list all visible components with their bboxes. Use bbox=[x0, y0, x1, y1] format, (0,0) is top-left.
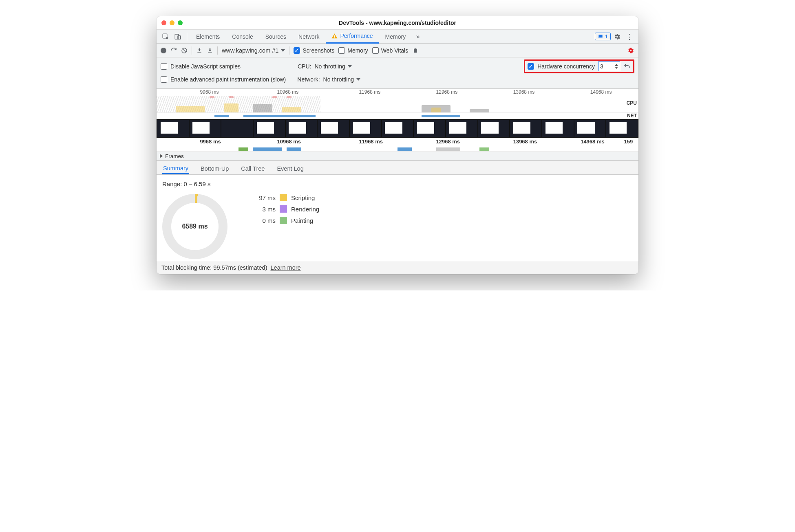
recording-target-dropdown[interactable]: www.kapwing.com #1 bbox=[222, 47, 285, 54]
filmstrip-frame[interactable] bbox=[574, 120, 606, 137]
donut-center-value: 6589 ms bbox=[182, 223, 208, 230]
reload-icon[interactable] bbox=[170, 47, 177, 54]
tab-performance[interactable]: Performance bbox=[326, 30, 378, 44]
legend-label: Painting bbox=[291, 217, 313, 224]
timeline-overview[interactable]: 9968 ms 10968 ms 11968 ms 12968 ms 13968… bbox=[157, 89, 638, 161]
ruler-tick: 14968 ms bbox=[581, 138, 605, 145]
chevron-down-icon bbox=[348, 65, 352, 68]
ruler-tick: 12968 ms bbox=[436, 89, 458, 95]
tab-call-tree[interactable]: Call Tree bbox=[240, 165, 265, 174]
ruler-tick: 11968 ms bbox=[359, 89, 380, 95]
main-tab-strip: Elements Console Sources Network Perform… bbox=[157, 30, 638, 44]
web-vitals-checkbox[interactable] bbox=[372, 47, 379, 54]
detail-ruler: 9968 ms 10968 ms 11968 ms 12968 ms 13968… bbox=[157, 138, 638, 146]
frames-section[interactable]: Frames bbox=[157, 152, 638, 160]
ruler-tick: 11968 ms bbox=[359, 138, 383, 145]
network-throttle-dropdown[interactable]: No throttling bbox=[323, 76, 360, 83]
summary-panel: Range: 0 – 6.59 s 6589 ms 97 ms Scriptin… bbox=[157, 175, 638, 261]
filmstrip-frame[interactable] bbox=[542, 120, 574, 137]
hardware-concurrency-checkbox[interactable]: ✓ bbox=[528, 63, 534, 70]
filmstrip-frame[interactable] bbox=[382, 120, 413, 137]
ruler-tick: 12968 ms bbox=[436, 138, 460, 145]
filmstrip-frame[interactable] bbox=[221, 120, 253, 137]
filmstrip-frame[interactable] bbox=[157, 120, 189, 137]
kebab-menu-icon[interactable]: ⋮ bbox=[624, 31, 635, 42]
svg-rect-4 bbox=[334, 37, 335, 37]
filmstrip-frame[interactable] bbox=[606, 120, 638, 137]
record-button-icon[interactable] bbox=[161, 48, 166, 53]
enable-paint-instrumentation-label: Enable advanced paint instrumentation (s… bbox=[170, 76, 286, 83]
more-tabs-icon[interactable]: » bbox=[412, 31, 424, 42]
filmstrip-frame[interactable] bbox=[286, 120, 317, 137]
tab-event-log[interactable]: Event Log bbox=[276, 165, 304, 174]
hardware-concurrency-input[interactable]: 3 bbox=[598, 62, 620, 71]
devtools-window: DevTools - www.kapwing.com/studio/editor… bbox=[157, 16, 638, 274]
filmstrip-frame[interactable] bbox=[446, 120, 477, 137]
performance-toolbar: www.kapwing.com #1 ✓ Screenshots Memory … bbox=[157, 44, 638, 57]
filmstrip-frame[interactable] bbox=[510, 120, 541, 137]
toggle-device-toolbar-icon[interactable] bbox=[172, 31, 183, 42]
network-detail-bars bbox=[157, 146, 638, 152]
download-icon[interactable] bbox=[207, 47, 213, 54]
issues-badge[interactable]: 1 bbox=[595, 33, 611, 40]
stepper-icon[interactable] bbox=[615, 64, 618, 69]
svg-rect-2 bbox=[178, 35, 181, 39]
ruler-tick: 13968 ms bbox=[513, 138, 537, 145]
cpu-throttle-label: CPU: bbox=[298, 63, 311, 70]
tab-console[interactable]: Console bbox=[226, 30, 258, 44]
trash-icon[interactable] bbox=[412, 47, 419, 54]
disable-js-samples-checkbox[interactable] bbox=[161, 63, 167, 70]
filmstrip-frame[interactable] bbox=[414, 120, 445, 137]
swatch-rendering bbox=[280, 205, 287, 213]
chat-icon bbox=[598, 34, 603, 40]
summary-tab-strip: Summary Bottom-Up Call Tree Event Log bbox=[157, 161, 638, 175]
ruler-tick: 14968 ms bbox=[590, 89, 612, 95]
screenshots-checkbox[interactable]: ✓ bbox=[294, 47, 300, 54]
tab-summary[interactable]: Summary bbox=[162, 165, 189, 174]
tab-elements[interactable]: Elements bbox=[190, 30, 225, 44]
legend-label: Scripting bbox=[291, 194, 315, 201]
filmstrip-frame[interactable] bbox=[254, 120, 285, 137]
cpu-throttle-dropdown[interactable]: No throttling bbox=[314, 63, 351, 70]
clear-icon[interactable] bbox=[181, 47, 188, 54]
filmstrip-frame[interactable] bbox=[190, 120, 221, 137]
learn-more-link[interactable]: Learn more bbox=[271, 264, 301, 271]
filmstrip-frame[interactable] bbox=[478, 120, 510, 137]
memory-checkbox[interactable] bbox=[338, 47, 345, 54]
cpu-track-label: CPU bbox=[627, 100, 637, 106]
ruler-tick: 13968 ms bbox=[513, 89, 535, 95]
window-title: DevTools - www.kapwing.com/studio/editor bbox=[157, 20, 638, 26]
capture-settings-gear-icon[interactable] bbox=[627, 47, 634, 54]
net-track-label: NET bbox=[627, 113, 637, 119]
legend-row: 97 ms Scripting bbox=[252, 194, 319, 201]
swatch-scripting bbox=[280, 194, 287, 201]
chevron-down-icon bbox=[356, 78, 360, 81]
enable-paint-instrumentation-checkbox[interactable] bbox=[161, 76, 167, 83]
inspect-element-icon[interactable] bbox=[160, 31, 171, 42]
screenshot-filmstrip[interactable] bbox=[157, 119, 638, 138]
tab-network[interactable]: Network bbox=[293, 30, 325, 44]
filmstrip-frame[interactable] bbox=[318, 120, 349, 137]
tab-bottom-up[interactable]: Bottom-Up bbox=[200, 165, 230, 174]
filmstrip-frame[interactable] bbox=[350, 120, 381, 137]
legend-label: Rendering bbox=[291, 206, 319, 213]
disable-js-samples-label: Disable JavaScript samples bbox=[170, 63, 241, 70]
hardware-concurrency-highlight: ✓ Hardware concurrency 3 bbox=[524, 59, 634, 73]
ruler-tick: 9968 ms bbox=[200, 89, 219, 95]
svg-rect-1 bbox=[175, 34, 179, 39]
tab-sources[interactable]: Sources bbox=[260, 30, 292, 44]
tab-memory[interactable]: Memory bbox=[380, 30, 412, 44]
svg-rect-3 bbox=[334, 35, 335, 37]
footer-bar: Total blocking time: 99.57ms (estimated)… bbox=[157, 261, 638, 274]
separator bbox=[187, 33, 187, 41]
ruler-tick: 10968 ms bbox=[277, 138, 301, 145]
legend-value: 97 ms bbox=[252, 194, 276, 201]
legend-row: 3 ms Rendering bbox=[252, 205, 319, 213]
upload-icon[interactable] bbox=[196, 47, 203, 54]
overview-ruler: 9968 ms 10968 ms 11968 ms 12968 ms 13968… bbox=[157, 89, 638, 96]
capture-settings: Disable JavaScript samples CPU: No throt… bbox=[157, 57, 638, 89]
caret-right-icon bbox=[160, 154, 163, 158]
undo-icon[interactable] bbox=[623, 63, 631, 70]
settings-gear-icon[interactable] bbox=[612, 31, 623, 42]
time-donut-chart: 6589 ms bbox=[162, 194, 227, 259]
